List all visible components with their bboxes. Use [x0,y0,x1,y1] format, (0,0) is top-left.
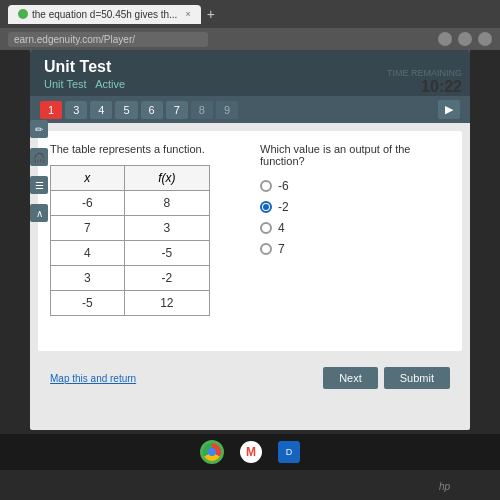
table-row: -5 12 [51,291,210,316]
main-content: Unit Test Unit Test Active 1 3 4 5 6 7 8… [30,50,470,430]
table-cell-x3: 4 [51,241,125,266]
address-input[interactable] [8,32,208,47]
tab-close-button[interactable]: × [185,9,190,19]
right-question-text: Which value is an output of the function… [260,143,450,167]
option-label-neg2: -2 [278,200,289,214]
bottom-area: Map this and return Next Submit [38,359,462,397]
question-area: The table represents a function. x f(x) … [38,131,462,351]
gmail-icon[interactable]: M [240,441,262,463]
table-cell-x1: -6 [51,191,125,216]
option-label-4: 4 [278,221,285,235]
bottom-buttons: Next Submit [323,367,450,389]
pencil-icon[interactable]: ✏ [30,120,48,138]
left-question-text: The table represents a function. [50,143,240,155]
chrome-icon[interactable] [200,440,224,464]
radio-btn-7[interactable] [260,243,272,255]
address-bar [0,28,500,50]
table-cell-x4: 3 [51,266,125,291]
list-icon[interactable]: ☰ [30,176,48,194]
radio-btn-neg2[interactable] [260,201,272,213]
tab-1[interactable]: 1 [40,101,62,119]
tab-8[interactable]: 8 [191,101,213,119]
browser-bar: the equation d=50.45h gives th... × + [0,0,500,28]
option-4[interactable]: 4 [260,221,450,235]
table-cell-x5: -5 [51,291,125,316]
tab-9[interactable]: 9 [216,101,238,119]
table-cell-x2: 7 [51,216,125,241]
table-row: -6 8 [51,191,210,216]
tab-3[interactable]: 3 [65,101,87,119]
bookmark-icon[interactable] [458,32,472,46]
left-sidebar: ✏ 🎧 ☰ ∧ [30,120,48,222]
table-row: 3 -2 [51,266,210,291]
next-button[interactable]: Next [323,367,378,389]
option-neg2[interactable]: -2 [260,200,450,214]
nav-arrow-button[interactable]: ▶ [438,100,460,119]
option-label-neg6: -6 [278,179,289,193]
radio-btn-neg6[interactable] [260,180,272,192]
table-cell-fx4: -2 [124,266,209,291]
subtitle-label: Unit Test [44,78,87,90]
docs-icon[interactable]: D [278,441,300,463]
table-cell-fx5: 12 [124,291,209,316]
skip-link[interactable]: Map this and return [50,373,136,384]
settings-icon[interactable] [478,32,492,46]
table-header-x: x [51,166,125,191]
new-tab-button[interactable]: + [207,6,215,22]
option-7[interactable]: 7 [260,242,450,256]
nav-tabs: 1 3 4 5 6 7 8 9 ▶ [30,96,470,123]
chevron-up-icon[interactable]: ∧ [30,204,48,222]
tab-favicon [18,9,28,19]
table-cell-fx3: -5 [124,241,209,266]
browser-icons [438,32,492,46]
table-header-fx: f(x) [124,166,209,191]
table-cell-fx2: 3 [124,216,209,241]
table-cell-fx1: 8 [124,191,209,216]
table-row: 7 3 [51,216,210,241]
function-table: x f(x) -6 8 7 3 4 -5 [50,165,210,316]
timer-area: TIME REMAINING 10:22 [387,68,462,96]
right-question-panel: Which value is an output of the function… [260,143,450,339]
tab-title: the equation d=50.45h gives th... [32,9,177,20]
headphones-icon[interactable]: 🎧 [30,148,48,166]
left-question-panel: The table represents a function. x f(x) … [50,143,240,339]
option-label-7: 7 [278,242,285,256]
brand-logo: hp [439,481,450,492]
timer-label: TIME REMAINING [387,68,462,78]
table-row: 4 -5 [51,241,210,266]
submit-button[interactable]: Submit [384,367,450,389]
tab-4[interactable]: 4 [90,101,112,119]
star-icon[interactable] [438,32,452,46]
timer-value: 10:22 [387,78,462,96]
tab-6[interactable]: 6 [141,101,163,119]
subtitle-status: Active [95,78,125,90]
tab-7[interactable]: 7 [166,101,188,119]
tab-5[interactable]: 5 [115,101,137,119]
radio-btn-4[interactable] [260,222,272,234]
browser-tab[interactable]: the equation d=50.45h gives th... × [8,5,201,24]
option-neg6[interactable]: -6 [260,179,450,193]
taskbar: M D [0,434,500,470]
